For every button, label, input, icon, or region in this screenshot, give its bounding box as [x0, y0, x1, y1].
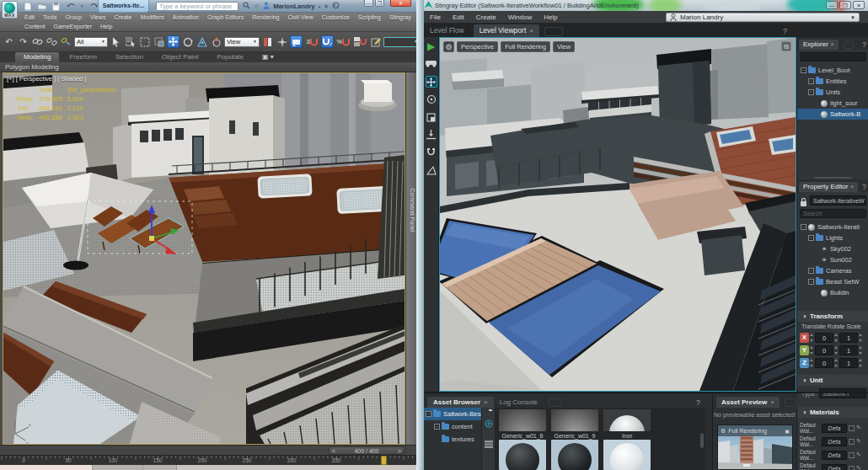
maxscript-mini-listener[interactable] [0, 465, 93, 470]
redo-icon[interactable] [89, 3, 98, 10]
ab-tree-content[interactable]: −content [424, 420, 481, 433]
user-caret-icon[interactable]: ▾ [319, 4, 321, 9]
menu-scripting[interactable]: Scripting [354, 13, 385, 22]
window-crossing-icon[interactable] [153, 35, 165, 48]
material-edit-icon[interactable]: ✎ [856, 425, 861, 431]
viewport-help-icon[interactable]: ? [783, 27, 787, 35]
asset-preview-tab[interactable]: Asset Preview× [716, 397, 780, 408]
lock-icon[interactable] [800, 195, 808, 206]
select-by-name-icon[interactable] [124, 35, 137, 48]
explorer-help-icon[interactable]: ? [862, 40, 866, 49]
menu-edit[interactable]: Edit [20, 13, 39, 22]
tree-item-level-boot[interactable]: −Level_Boot [797, 65, 868, 76]
command-panel-strip[interactable]: Command Panel [405, 72, 416, 445]
next-frame-icon[interactable]: > [398, 448, 401, 454]
pe-tree-building[interactable]: Buildin [797, 287, 868, 298]
help-icon[interactable]: ? [332, 2, 340, 11]
percent-snap-icon[interactable]: % [335, 35, 351, 48]
undo-dropdown-caret-icon[interactable]: ▾ [81, 3, 83, 8]
spinner[interactable] [810, 358, 814, 368]
material-swatch[interactable] [849, 425, 855, 431]
stingray-close-button[interactable]: ✕ [853, 1, 865, 9]
max-search-input[interactable]: Type a keyword or phrase [156, 2, 238, 11]
asset-browser-help-icon[interactable]: ? [696, 398, 700, 407]
material-swatch[interactable] [849, 439, 855, 445]
gamepad-icon[interactable] [426, 58, 437, 70]
material-edit-icon[interactable]: ✎ [856, 438, 861, 445]
select-and-scale-icon[interactable] [196, 35, 208, 48]
property-editor-tab[interactable]: Property Editor× [799, 182, 858, 192]
unlink-icon[interactable] [46, 35, 58, 48]
undo-toolbar-icon[interactable]: ↶ [3, 35, 15, 48]
material-swatch[interactable] [849, 466, 855, 470]
tree-item-saltwork-selected[interactable]: Saltwork-B [797, 109, 868, 120]
property-editor-close-icon[interactable]: × [850, 184, 854, 190]
redo-toolbar-icon[interactable]: ↷ [17, 35, 29, 48]
translate-z-field[interactable]: 0 [815, 358, 833, 368]
ab-tree-textures[interactable]: textures [424, 433, 481, 446]
full-rendering-button[interactable]: Full Rendering [501, 41, 550, 52]
max-close-button[interactable]: ✕ [390, 0, 411, 7]
select-manipulate-icon[interactable] [276, 35, 288, 48]
tab-level-flow[interactable]: Level Flow [424, 24, 470, 37]
menu-graph-editors[interactable]: Graph Editors [203, 13, 248, 22]
sr-menu-window[interactable]: Window [502, 13, 538, 21]
max-viewport-label[interactable]: [+] [ Perspective ] [ Shaded ] [7, 75, 86, 83]
menu-help[interactable]: Help [96, 22, 116, 31]
polygon-modeling-strip[interactable]: Polygon Modeling [0, 62, 416, 72]
frame-counter-box[interactable]: < 400 / 400 > [329, 446, 405, 455]
pe-tree-beast[interactable]: −Beast SetW [797, 276, 868, 287]
spinner[interactable] [810, 333, 814, 343]
material-edit-icon[interactable]: ✎ [856, 451, 861, 458]
max-app-button[interactable]: MAX [2, 1, 18, 19]
menu-animation[interactable]: Animation [169, 13, 203, 22]
spinner[interactable] [834, 358, 839, 368]
pe-tree-lights[interactable]: −Lights [797, 232, 868, 243]
stingray-maximize-button[interactable]: ❐ [839, 1, 851, 9]
infocenter-close-icon[interactable]: ✕ [324, 3, 329, 10]
pe-name-field[interactable]: Saltwork-IterativeW [810, 195, 866, 206]
viewport-settings-gear-icon[interactable]: ⚙ [443, 41, 454, 52]
translate-y-field[interactable]: 0 [815, 345, 833, 355]
selection-filter-combo[interactable]: All▼ [74, 37, 108, 47]
menu-create[interactable]: Create [110, 13, 136, 22]
scale-z-field[interactable]: 1 [839, 358, 858, 368]
material-swatch[interactable] [849, 452, 855, 458]
select-object-icon[interactable] [110, 35, 122, 48]
undo-icon[interactable] [67, 3, 75, 10]
pe-tree-root[interactable]: −Saltwork-Iterati [797, 222, 868, 232]
explorer-search-input[interactable] [800, 52, 866, 61]
translate-x-field[interactable]: 0 [815, 333, 833, 343]
menu-group[interactable]: Group [61, 13, 85, 22]
drop-to-ground-icon[interactable] [426, 129, 437, 141]
preview-mode-label[interactable]: Full Rendering [728, 428, 767, 434]
menu-rendering[interactable]: Rendering [248, 13, 283, 22]
scale-tool-icon[interactable] [426, 111, 437, 123]
panel-splitter[interactable] [814, 177, 852, 179]
spinner[interactable] [810, 345, 814, 355]
material-slot-button[interactable]: Defa [822, 437, 847, 446]
star-icon[interactable]: ☆ [254, 3, 260, 10]
tree-item-entities[interactable]: −Entities [797, 76, 868, 87]
snap-3d-icon[interactable]: 3 [304, 35, 319, 48]
menu-stingray[interactable]: Stingray [385, 13, 415, 22]
move-tool-icon[interactable] [426, 76, 437, 88]
max-minimize-button[interactable]: — [364, 0, 373, 7]
save-icon[interactable] [52, 3, 61, 10]
pe-tree-cameras[interactable]: −Cameras [797, 265, 868, 276]
asset-thumb-generic8[interactable]: Generic_w01_8 [499, 409, 546, 439]
max-document-tab[interactable]: Saltworks-Ite... [98, 0, 149, 13]
property-editor-help-icon[interactable]: ? [862, 183, 866, 191]
tab-close-icon[interactable]: × [529, 27, 533, 35]
perspective-button[interactable]: Perspective [457, 41, 498, 52]
asset-thumb-iron[interactable]: Iron [603, 409, 651, 439]
sr-menu-file[interactable]: File [424, 13, 447, 21]
tree-item-units[interactable]: −Units [797, 87, 868, 98]
asset-preview-close-icon[interactable]: × [770, 398, 774, 406]
ribbon-tab-populate[interactable]: Populate [208, 52, 252, 62]
spinner[interactable] [859, 333, 863, 343]
transform-section-header[interactable]: ▼Transform [797, 311, 868, 322]
spinner[interactable] [859, 345, 863, 355]
max-user-name[interactable]: MarionLandry [273, 3, 315, 10]
ribbon-tab-object-paint[interactable]: Object Paint [153, 52, 207, 62]
